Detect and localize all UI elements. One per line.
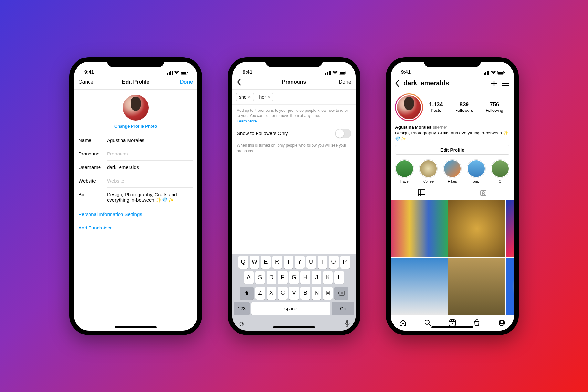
nav-home[interactable] — [399, 319, 407, 327]
key-u[interactable]: U — [306, 256, 316, 269]
website-input[interactable]: Website — [107, 178, 193, 188]
numeric-key[interactable]: 123 — [234, 302, 250, 315]
svg-rect-20 — [498, 72, 503, 74]
highlight-label: C — [499, 179, 501, 183]
key-f[interactable]: F — [278, 271, 288, 284]
nav-shop[interactable] — [473, 319, 481, 327]
nav-reels[interactable] — [448, 319, 456, 327]
wifi-icon — [491, 71, 496, 75]
field-label: Bio — [79, 192, 107, 197]
status-bar: 9:41 — [391, 62, 514, 75]
status-icons — [325, 71, 347, 75]
key-g[interactable]: G — [289, 271, 299, 284]
done-button[interactable]: Done — [339, 79, 351, 85]
svg-rect-15 — [484, 73, 485, 75]
post-thumbnail[interactable] — [448, 200, 506, 257]
grid-tab[interactable] — [391, 186, 452, 200]
create-button[interactable] — [490, 79, 498, 87]
key-k[interactable]: K — [323, 271, 333, 284]
pronoun-chip[interactable]: she✕ — [236, 93, 254, 101]
highlight-item[interactable]: C — [491, 159, 509, 183]
nav-profile[interactable] — [498, 319, 506, 327]
key-y[interactable]: Y — [295, 256, 305, 269]
highlight-item[interactable]: Coffee — [419, 159, 438, 183]
post-thumbnail[interactable] — [506, 258, 514, 315]
svg-rect-12 — [340, 72, 345, 74]
pronouns-input[interactable]: Pronouns — [107, 151, 193, 161]
key-z[interactable]: Z — [255, 287, 265, 300]
key-p[interactable]: P — [340, 256, 350, 269]
key-s[interactable]: S — [255, 271, 265, 284]
backspace-icon — [338, 291, 345, 296]
key-a[interactable]: A — [244, 271, 254, 284]
key-b[interactable]: B — [300, 287, 310, 300]
done-button[interactable]: Done — [180, 79, 193, 85]
go-key[interactable]: Go — [332, 302, 354, 315]
shift-key[interactable] — [240, 287, 254, 300]
add-fundraiser-link[interactable]: Add Fundraiser — [74, 221, 197, 234]
highlight-item[interactable]: Travel — [395, 159, 414, 183]
post-thumbnail[interactable] — [506, 200, 514, 257]
chip-remove-icon[interactable]: ✕ — [267, 95, 270, 99]
back-button[interactable] — [395, 80, 400, 87]
personal-info-link[interactable]: Personal Information Settings — [74, 207, 197, 221]
name-input[interactable]: Agustina Morales — [107, 137, 193, 147]
bio-input[interactable]: Design, Photography, Crafts and everythi… — [107, 192, 193, 207]
key-m[interactable]: M — [323, 287, 333, 300]
post-thumbnail[interactable] — [391, 200, 448, 257]
key-n[interactable]: N — [312, 287, 321, 300]
tagged-tab[interactable] — [452, 186, 514, 200]
followers-only-toggle[interactable] — [335, 129, 351, 138]
username-input[interactable]: dark_emeralds — [107, 164, 193, 174]
key-c[interactable]: C — [278, 287, 288, 300]
chip-remove-icon[interactable]: ✕ — [248, 95, 251, 99]
key-r[interactable]: R — [272, 256, 282, 269]
menu-button[interactable] — [502, 80, 509, 87]
key-j[interactable]: J — [312, 271, 321, 284]
story-ring[interactable] — [395, 93, 423, 121]
stat-posts[interactable]: 1,134Posts — [429, 101, 443, 113]
key-d[interactable]: D — [267, 271, 276, 284]
nav-search[interactable] — [424, 319, 432, 327]
shop-icon — [473, 319, 481, 327]
edit-profile-button[interactable]: Edit Profile — [395, 145, 509, 155]
post-thumbnail[interactable] — [391, 258, 448, 315]
svg-rect-7 — [325, 73, 326, 75]
learn-more-link[interactable]: Learn More — [237, 119, 257, 123]
change-photo-link[interactable]: Change Profile Photo — [74, 124, 197, 129]
key-o[interactable]: O — [329, 256, 339, 269]
highlight-item[interactable]: omv — [467, 159, 486, 183]
keyboard: QWERTYUIOP ASDFGHJKL ZXCVBNM 123 space G… — [232, 254, 356, 331]
grid-icon — [418, 189, 425, 196]
highlight-item[interactable]: Hikes — [443, 159, 462, 183]
key-i[interactable]: I — [318, 256, 327, 269]
svg-rect-16 — [485, 72, 486, 75]
emoji-key[interactable]: ☺ — [238, 320, 245, 328]
key-q[interactable]: Q — [238, 256, 248, 269]
field-website: Website Website — [74, 174, 197, 188]
stat-followers[interactable]: 839Followers — [455, 101, 473, 113]
back-button[interactable] — [237, 79, 241, 86]
key-h[interactable]: H — [300, 271, 310, 284]
followers-only-row: Show to Followers Only — [232, 124, 356, 143]
key-w[interactable]: W — [250, 256, 259, 269]
pronoun-chip[interactable]: her✕ — [257, 93, 273, 101]
stat-following[interactable]: 756Following — [486, 101, 503, 113]
home-indicator — [115, 326, 157, 328]
key-t[interactable]: T — [284, 256, 293, 269]
pronouns-text: she/her — [433, 125, 447, 130]
mic-key[interactable] — [345, 320, 350, 328]
key-x[interactable]: X — [267, 287, 276, 300]
post-thumbnail[interactable] — [448, 258, 506, 315]
status-bar: 9:41 — [74, 62, 197, 75]
cancel-button[interactable]: Cancel — [79, 79, 95, 85]
backspace-key[interactable] — [334, 287, 348, 300]
profile-avatar[interactable] — [123, 95, 149, 121]
space-key[interactable]: space — [251, 302, 330, 315]
profile-nav: dark_emeralds — [391, 75, 514, 91]
key-l[interactable]: L — [334, 271, 344, 284]
key-v[interactable]: V — [289, 287, 299, 300]
field-bio: Bio Design, Photography, Crafts and ever… — [74, 188, 197, 207]
signal-icon — [167, 71, 173, 75]
key-e[interactable]: E — [261, 256, 271, 269]
